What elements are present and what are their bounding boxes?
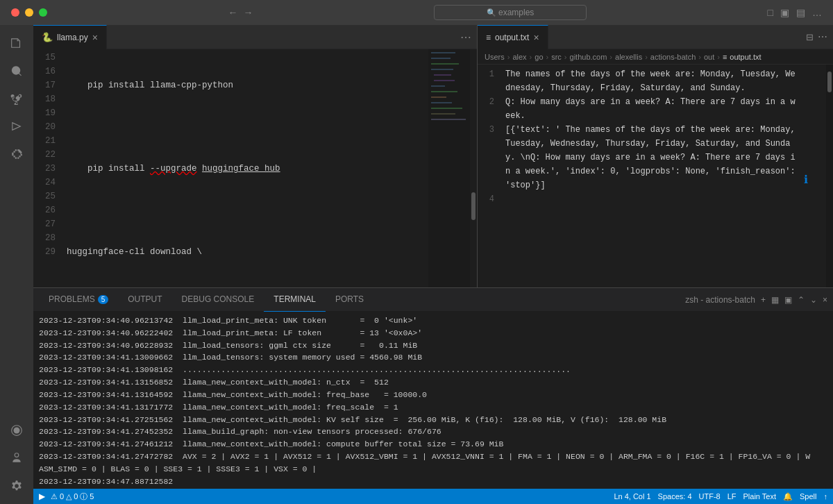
output-line-2: 2 Q: How many days are in a week? A: The… — [483, 95, 798, 123]
errors-status[interactable]: ⚠ 0 △ 0 ⓘ 5 — [51, 492, 94, 502]
app-body: 🐍 llama.py × ⋯ 15 16 17 18 19 20 — [0, 25, 833, 504]
scrollbar-thumb[interactable] — [471, 192, 476, 220]
terminal-panel: PROBLEMS 5 OUTPUT DEBUG CONSOLE TERMINAL… — [33, 287, 833, 489]
svg-rect-13 — [431, 119, 466, 120]
term-line-13: 2023-12-23T09:34:47.88712582 — [39, 476, 827, 488]
language-text: Plain Text — [743, 492, 777, 501]
warning-icon: △ — [66, 492, 71, 501]
debug-console-label: DEBUG CONSOLE — [182, 294, 255, 304]
tab-problems[interactable]: PROBLEMS 5 — [39, 288, 118, 312]
code-lines: pip install llama-cpp-python pip install… — [61, 49, 428, 287]
tab-output[interactable]: OUTPUT — [118, 288, 171, 312]
search-icon — [10, 65, 23, 77]
panel-tabs: PROBLEMS 5 OUTPUT DEBUG CONSOLE TERMINAL… — [33, 288, 833, 312]
close-panel-icon[interactable]: × — [823, 295, 827, 305]
breadcrumb-file-icon: ≡ — [723, 53, 727, 61]
kill-terminal-icon[interactable]: ▣ — [784, 295, 792, 305]
code-editor-left[interactable]: 15 16 17 18 19 20 21 22 23 24 25 26 27 2… — [33, 49, 477, 287]
more-actions-icon[interactable]: ⋯ — [818, 31, 827, 42]
live-share-icon[interactable]: ↑ — [824, 492, 828, 501]
layout3-icon[interactable]: ▤ — [796, 7, 805, 18]
layout2-icon[interactable]: ▣ — [780, 7, 789, 18]
info-icon[interactable]: ℹ — [804, 172, 808, 190]
breadcrumb: Users › alex › go › src › github.com › a… — [478, 49, 833, 65]
line-numbers: 15 16 17 18 19 20 21 22 23 24 25 26 27 2… — [33, 49, 61, 287]
search-icon: 🔍 — [487, 8, 496, 17]
minimize-button[interactable] — [25, 8, 33, 17]
tab-close-button[interactable]: × — [92, 33, 98, 42]
tab-terminal[interactable]: TERMINAL — [264, 288, 326, 312]
maximize-panel-icon[interactable]: ⌃ — [798, 295, 805, 305]
line-num-2: 2 — [483, 95, 505, 123]
sidebar-item-explorer[interactable] — [4, 31, 29, 56]
notifications-icon[interactable]: 🔔 — [783, 492, 793, 501]
language-mode[interactable]: Plain Text — [743, 492, 777, 501]
sidebar-item-account[interactable] — [4, 446, 29, 471]
remote-icon — [10, 424, 23, 437]
layout-icon[interactable]: □ — [768, 7, 773, 18]
svg-rect-1 — [431, 52, 455, 53]
extensions-icon — [10, 148, 23, 160]
terminal-content[interactable]: 2023-12-23T09:34:40.96213742 llm_load_pr… — [33, 312, 833, 489]
indentation[interactable]: Spaces: 4 — [658, 492, 692, 501]
txt-file-icon: ≡ — [486, 33, 491, 42]
svg-rect-12 — [431, 113, 455, 115]
left-editor: 🐍 llama.py × ⋯ 15 16 17 18 19 20 — [33, 25, 478, 287]
sidebar-item-settings[interactable] — [4, 473, 29, 498]
left-tab-bar: 🐍 llama.py × ⋯ — [33, 25, 477, 49]
titlebar-right: □ ▣ ▤ … — [768, 7, 822, 18]
spaces-text: Spaces: 4 — [658, 492, 692, 501]
search-bar[interactable]: 🔍 examples — [434, 5, 587, 20]
svg-rect-6 — [434, 80, 455, 81]
term-line-2: 2023-12-23T09:34:40.96222402 llm_load_pr… — [39, 327, 827, 339]
run-icon — [10, 120, 23, 133]
tab-close-button[interactable]: × — [533, 33, 539, 42]
term-line-9: 2023-12-23T09:34:41.27251562 llama_new_c… — [39, 414, 827, 426]
breadcrumb-users: Users — [485, 53, 505, 61]
vertical-scrollbar[interactable] — [470, 49, 477, 287]
output-line-1: 1 The names of the days of the week are:… — [483, 67, 798, 95]
breadcrumb-go: go — [535, 53, 543, 61]
spell-check[interactable]: Spell — [800, 492, 816, 501]
nav-back-icon[interactable]: ← — [228, 7, 238, 18]
close-button[interactable] — [11, 8, 19, 17]
sidebar-item-extensions[interactable] — [4, 142, 29, 167]
sidebar-item-git[interactable] — [4, 86, 29, 111]
tab-more-button[interactable]: ⋯ — [455, 31, 477, 44]
tab-output-txt[interactable]: ≡ output.txt × — [478, 25, 548, 49]
breadcrumb-github: github.com — [570, 53, 607, 61]
output-content-area: 1 The names of the days of the week are:… — [478, 65, 833, 287]
output-label: OUTPUT — [128, 294, 162, 304]
right-scrollbar-thumb[interactable] — [827, 72, 832, 92]
content-area: 🐍 llama.py × ⋯ 15 16 17 18 19 20 — [33, 25, 833, 504]
maximize-button[interactable] — [39, 8, 47, 17]
spell-text: Spell — [800, 492, 816, 501]
layout4-icon[interactable]: … — [812, 7, 822, 18]
sep6: › — [645, 53, 648, 61]
right-scrollbar[interactable] — [826, 65, 833, 287]
breadcrumb-actions-batch: actions-batch — [650, 53, 696, 61]
tab-llama-py[interactable]: 🐍 llama.py × — [33, 25, 107, 49]
tab-debug-console[interactable]: DEBUG CONSOLE — [172, 288, 264, 312]
term-line-11: 2023-12-23T09:34:41.27461212 llama_new_c… — [39, 438, 827, 451]
tab-ports[interactable]: PORTS — [326, 288, 373, 312]
add-terminal-icon[interactable]: + — [761, 295, 766, 305]
line-text-3: [{'text': ' The names of the days of the… — [505, 123, 798, 192]
cursor-position[interactable]: Ln 4, Col 1 — [614, 492, 650, 501]
eol[interactable]: LF — [727, 492, 737, 501]
activity-bar — [0, 25, 33, 504]
encoding[interactable]: UTF-8 — [699, 492, 721, 501]
sidebar-item-remote[interactable] — [4, 418, 29, 443]
svg-rect-7 — [431, 85, 445, 87]
nav-forward-icon[interactable]: → — [244, 7, 253, 18]
minimize-panel-icon[interactable]: ⌄ — [810, 295, 817, 305]
output-line-3: 3 [{'text': ' The names of the days of t… — [483, 123, 798, 192]
split-terminal-icon[interactable]: ▦ — [771, 295, 779, 305]
remote-status[interactable]: ▶ — [39, 492, 45, 501]
python-file-icon: 🐍 — [42, 32, 53, 42]
sidebar-item-search[interactable] — [4, 58, 29, 83]
svg-rect-5 — [434, 74, 451, 76]
sidebar-item-run[interactable] — [4, 114, 29, 139]
split-editor-icon[interactable]: ⊟ — [806, 32, 814, 42]
term-line-5: 2023-12-23T09:34:41.13098162 ...........… — [39, 364, 827, 376]
